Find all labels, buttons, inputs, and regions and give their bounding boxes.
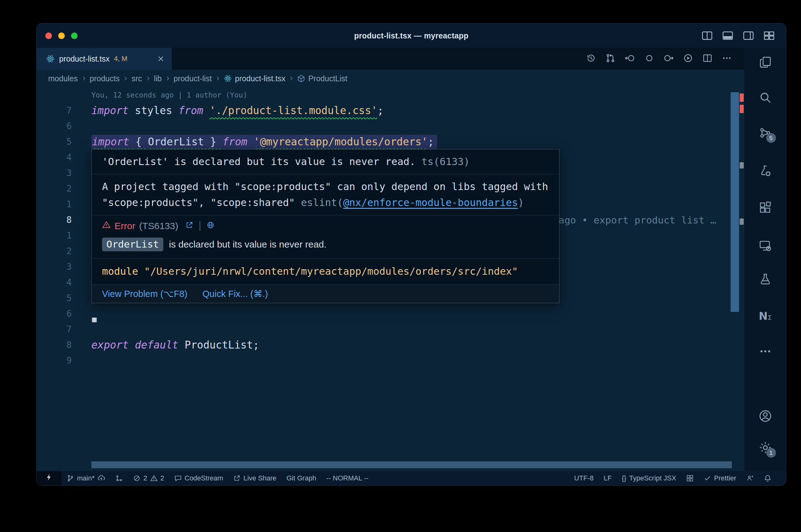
minimap-slider[interactable] [731,92,739,312]
breadcrumb-item-lib[interactable]: lib [154,74,162,83]
source-control-graph-icon[interactable]: 5 [758,125,773,140]
globe-icon[interactable] [206,221,215,231]
selection-highlight: import { OrderList } from '@myreactapp/m… [91,135,437,149]
chevron-right-icon [81,76,87,81]
quick-fix-link[interactable]: Quick Fix... (⌘.) [202,288,268,299]
grid-item[interactable] [681,471,699,486]
line-number[interactable]: 9 [37,353,72,368]
line-number[interactable]: 7 [37,103,72,118]
remote-monitor-icon[interactable] [758,239,773,253]
toggle-sidebar-icon[interactable] [702,31,713,40]
scm-badge: 5 [766,133,776,143]
prettier-item[interactable]: Prettier [699,471,741,486]
line-number[interactable]: 1 [37,228,72,244]
flask-gear-icon[interactable] [758,164,773,178]
split-editor-icon[interactable] [703,53,712,64]
tab-product-list[interactable]: product-list.tsx 4, M [37,48,172,70]
more-actions-icon[interactable] [722,53,732,64]
breadcrumb-item-products[interactable]: products [90,74,120,83]
editor[interactable]: You, 12 seconds ago | 1 author (You) 7 i… [37,87,744,471]
breadcrumb-item-symbol[interactable]: ProductList [308,74,347,83]
code-line-import-orderlist[interactable]: import { OrderList } from '@myreactapp/m… [91,134,437,150]
code-row[interactable]: 7 [37,322,744,337]
code-row[interactable]: 7 import styles from './product-list.mod… [37,103,744,118]
view-problem-link[interactable]: View Problem (⌥F8) [102,288,187,299]
codestream-label: CodeStream [185,474,223,482]
line-number[interactable]: 6 [37,306,72,322]
warning-count: 2 [161,474,164,482]
line-number[interactable]: 7 [37,322,72,337]
beaker-icon[interactable] [758,272,773,287]
gitgraph-item[interactable]: Git Graph [281,471,321,486]
line-number[interactable]: 2 [37,244,72,259]
git-compare-icon[interactable] [605,53,616,64]
remote-indicator[interactable] [37,471,62,486]
share-icon [233,474,241,482]
pages-copy-icon[interactable] [758,55,773,70]
code-row[interactable]: 6 [37,118,744,134]
next-change-icon[interactable] [663,53,674,64]
code-line-import-styles[interactable]: import styles from './product-list.modul… [91,103,384,118]
hover-module-row: module "/Users/juri/nrwl/content/myreact… [92,259,559,285]
horizontal-scrollbar[interactable] [91,461,732,468]
tab-close-icon[interactable] [158,55,164,62]
change-indicator-icon[interactable] [644,53,654,64]
git-fork-item[interactable] [110,471,128,486]
diagnostics-hover-popup: 'OrderList' is declared but its value is… [91,149,560,303]
liveshare-item[interactable]: Live Share [228,471,281,486]
line-number[interactable]: 4 [37,150,72,165]
line-number[interactable]: 2 [37,181,72,196]
git-branch-icon [67,474,74,482]
line-number[interactable]: 3 [37,259,72,275]
previous-change-icon[interactable] [625,53,635,64]
code-row[interactable]: 8 export default ProductList; [37,337,744,353]
extensions-icon[interactable] [758,201,773,215]
line-number-current[interactable]: 8 [37,212,72,228]
hover-eslint-diagnostic: A project tagged with "scope:products" c… [92,174,559,215]
settings-gear-icon[interactable]: 1 [758,440,773,455]
vim-mode-indicator[interactable]: -- NORMAL -- [321,471,374,486]
error-icon [133,474,141,482]
breadcrumb-item-modules[interactable]: modules [48,74,78,83]
language-item[interactable]: {} TypeScript JSX [617,471,681,486]
problems-item[interactable]: 2 2 [128,471,169,486]
titlebar: product-list.tsx — myreactapp [37,23,786,48]
line-number[interactable]: 1 [37,196,72,212]
line-number[interactable]: 4 [37,275,72,290]
account-icon[interactable] [758,408,773,423]
line-number[interactable]: 5 [37,134,72,150]
breadcrumb-item-product-list[interactable]: product-list [174,74,212,83]
git-blame-annotation[interactable]: You, 12 seconds ago | 1 author (You) [91,87,248,103]
branch-item[interactable]: main* [62,471,110,486]
line-number[interactable]: 5 [37,290,72,306]
nx-console-icon[interactable]: NΣ [758,308,773,324]
timeline-icon[interactable] [586,53,596,64]
layout-customize-icon[interactable] [763,31,775,40]
code-line-export-default[interactable]: export default ProductList; [91,337,259,353]
notifications-item[interactable] [759,471,777,486]
line-number[interactable]: 6 [37,118,72,134]
symbol-cube-icon [297,75,305,82]
code-row[interactable]: 9 [37,353,744,368]
line-number[interactable]: 3 [37,165,72,181]
breadcrumb-item-file[interactable]: product-list.tsx [235,74,285,83]
toggle-panel-icon[interactable] [722,31,733,40]
encoding-item[interactable]: UTF-8 [569,471,599,486]
code-row[interactable]: 5 import { OrderList } from '@myreactapp… [37,134,744,150]
open-external-icon[interactable] [185,221,193,231]
eol-item[interactable]: LF [599,471,617,486]
code-row[interactable]: 6 [37,306,744,322]
statusbar-right: UTF-8 LF {} TypeScript JSX Prettier [569,471,786,486]
hover-ts-diagnostic: 'OrderList' is declared but its value is… [92,149,559,174]
more-views-icon[interactable] [758,344,773,359]
line-number[interactable]: 8 [37,337,72,353]
run-file-icon[interactable] [683,53,693,64]
eslint-rule-link[interactable]: @nx/enforce-module-boundaries [343,196,518,208]
feedback-item[interactable] [741,471,759,486]
codestream-item[interactable]: CodeStream [169,471,229,486]
prettier-label: Prettier [714,474,736,482]
hover-resize-grip[interactable] [92,318,97,322]
toggle-secondary-sidebar-icon[interactable] [743,31,754,40]
breadcrumb-item-src[interactable]: src [131,74,142,83]
search-icon[interactable] [758,90,773,105]
